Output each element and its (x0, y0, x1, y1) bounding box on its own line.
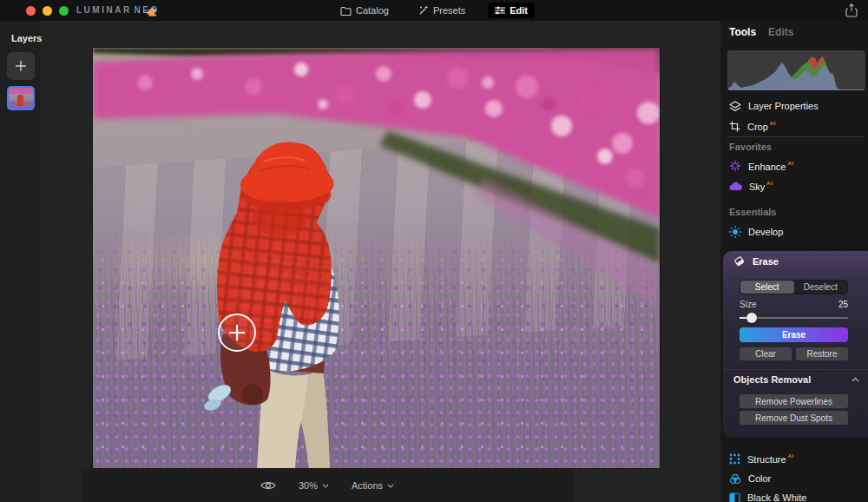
panel-item-black-white[interactable]: Black & White (729, 490, 861, 502)
color-wheel-icon (729, 473, 741, 485)
divider (723, 369, 868, 370)
layer-thumbnail-selected[interactable] (7, 86, 35, 110)
crop-icon (729, 121, 740, 132)
actions-dropdown[interactable]: Actions (352, 480, 394, 491)
tab-catalog[interactable]: Catalog (333, 3, 396, 18)
tab-tools[interactable]: Tools (729, 26, 756, 38)
chevron-up-icon[interactable] (852, 377, 859, 382)
sparkle-icon (729, 160, 741, 172)
erase-tool-panel: Erase Select Deselect Size 25 Erase Clea… (723, 251, 868, 437)
magic-wand-icon (418, 5, 429, 16)
photo-scene-overlay (93, 48, 660, 468)
divider (727, 136, 865, 137)
chevron-down-icon (387, 484, 394, 488)
panel-item-crop[interactable]: CropAI (729, 118, 861, 134)
eraser-icon (733, 255, 745, 267)
canvas-view-bar: 30% Actions (82, 469, 573, 502)
chevron-down-icon (322, 484, 329, 488)
folder-icon (340, 6, 352, 16)
section-favorites: Favorites (729, 142, 772, 152)
objects-removal-header[interactable]: Objects Removal (733, 374, 859, 385)
panel-item-color[interactable]: Color (729, 471, 861, 486)
select-deselect-segmented-control: Select Deselect (740, 280, 848, 294)
editor-canvas-area: 30% Actions (41, 21, 720, 502)
compare-eye-icon[interactable] (260, 480, 276, 491)
remove-dust-spots-button[interactable]: Remove Dust Spots (740, 411, 848, 425)
size-label: Size (740, 300, 756, 309)
erase-tool-title: Erase (753, 256, 779, 267)
select-button[interactable]: Select (740, 281, 794, 294)
dot-grid-icon (729, 453, 740, 465)
sun-icon (729, 226, 741, 238)
brush-size-slider[interactable] (740, 313, 848, 323)
half-filled-square-icon (729, 492, 740, 502)
share-export-icon[interactable] (845, 3, 858, 17)
tab-presets[interactable]: Presets (411, 3, 472, 18)
panel-item-enhance[interactable]: EnhanceAI (729, 158, 861, 174)
tab-edit[interactable]: Edit (488, 3, 535, 18)
person-subject (203, 142, 339, 468)
section-essentials: Essentials (729, 207, 776, 217)
layers-icon (729, 101, 741, 112)
erase-apply-button[interactable]: Erase (740, 327, 848, 342)
brush-cursor (219, 314, 255, 351)
cloud-icon (729, 182, 742, 191)
size-value: 25 (838, 300, 848, 309)
title-bar: LUMINARNEO Catalog Presets Edit (0, 0, 868, 21)
restore-button[interactable]: Restore (796, 347, 848, 360)
slider-thumb[interactable] (746, 313, 757, 323)
deselect-button[interactable]: Deselect (794, 281, 848, 294)
panel-item-sky[interactable]: SkyAI (729, 178, 861, 194)
photo-canvas[interactable] (93, 48, 660, 468)
plus-icon (15, 60, 27, 72)
tab-edits[interactable]: Edits (768, 26, 793, 38)
layer-thumbnail-subject (17, 95, 23, 106)
zoom-level-dropdown[interactable]: 30% (299, 480, 329, 491)
layers-panel: Layers (0, 21, 41, 502)
add-layer-button[interactable] (7, 52, 35, 80)
luminar-neo-window: LUMINARNEO Catalog Presets Edit Layers (0, 0, 868, 502)
panel-item-structure[interactable]: StructureAI (729, 451, 861, 466)
clear-button[interactable]: Clear (740, 347, 792, 360)
panel-item-layer-properties[interactable]: Layer Properties (729, 98, 861, 114)
layers-panel-title: Layers (11, 33, 42, 43)
remove-powerlines-button[interactable]: Remove Powerlines (740, 394, 848, 408)
panel-item-develop[interactable]: Develop (729, 224, 861, 240)
tools-panel: Tools Edits Layer Properties CropAI Favo… (720, 21, 868, 502)
sliders-icon (495, 6, 505, 15)
histogram (727, 50, 865, 90)
